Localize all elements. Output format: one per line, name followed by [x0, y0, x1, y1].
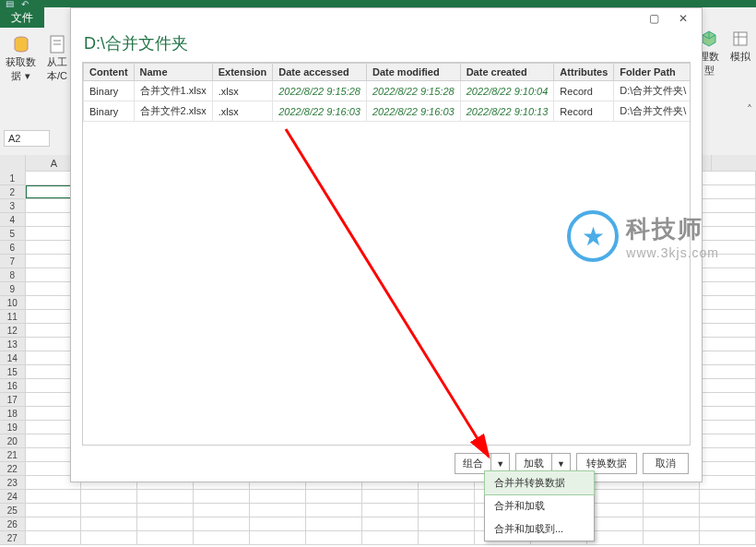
cell[interactable] — [362, 490, 419, 503]
row-header[interactable]: 19 — [0, 421, 26, 434]
cell[interactable] — [700, 490, 756, 503]
cell[interactable] — [700, 365, 756, 378]
cell[interactable] — [644, 490, 700, 503]
cell[interactable] — [700, 199, 756, 212]
cell[interactable] — [306, 517, 362, 530]
cell[interactable] — [700, 448, 756, 461]
row-header[interactable]: 12 — [0, 324, 26, 337]
cell[interactable] — [306, 504, 362, 517]
cell[interactable] — [700, 241, 756, 254]
quick-access-toolbar[interactable]: ▤ ↶ — [6, 0, 29, 7]
select-all-corner[interactable] — [0, 155, 26, 172]
cell[interactable] — [306, 531, 362, 544]
cell[interactable] — [194, 504, 250, 517]
cell[interactable] — [362, 517, 419, 530]
cell[interactable] — [137, 517, 194, 530]
cell[interactable] — [419, 531, 475, 544]
row-header[interactable]: 7 — [0, 255, 26, 268]
chevron-down-icon[interactable]: ▼ — [491, 457, 509, 471]
cell[interactable] — [700, 296, 756, 309]
row-header[interactable]: 5 — [0, 227, 26, 240]
cell[interactable] — [700, 379, 756, 392]
cell[interactable] — [700, 310, 756, 323]
cell[interactable] — [419, 517, 475, 530]
cell[interactable] — [81, 504, 137, 517]
row-header[interactable]: 1 — [0, 172, 26, 184]
cell[interactable] — [700, 324, 756, 337]
cell[interactable] — [26, 531, 82, 544]
cell[interactable] — [26, 517, 82, 530]
cell[interactable] — [700, 227, 756, 240]
cell[interactable] — [700, 407, 756, 420]
cell[interactable] — [250, 517, 306, 530]
chevron-down-icon[interactable]: ▼ — [552, 457, 570, 471]
cell[interactable] — [81, 517, 137, 530]
row-header[interactable]: 2 — [0, 185, 26, 198]
cell[interactable] — [700, 476, 756, 489]
cell[interactable] — [194, 490, 250, 503]
cell[interactable] — [26, 504, 82, 517]
column-header[interactable]: Date accessed — [273, 64, 367, 81]
row-header[interactable]: 9 — [0, 282, 26, 295]
cell[interactable] — [26, 490, 82, 503]
cancel-button[interactable]: 取消 — [643, 453, 689, 474]
cell[interactable] — [644, 517, 700, 530]
cell[interactable] — [194, 531, 250, 544]
get-data-button[interactable]: 获取数 据 ▾ — [4, 33, 38, 85]
cell[interactable] — [587, 517, 644, 530]
row-header[interactable]: 14 — [0, 351, 26, 364]
row-header[interactable]: 11 — [0, 310, 26, 323]
row-header[interactable]: 13 — [0, 338, 26, 351]
menu-item-combine-transform[interactable]: 合并并转换数据 — [484, 470, 595, 495]
column-header[interactable]: Extension — [212, 64, 273, 81]
cell[interactable] — [700, 421, 756, 434]
cell[interactable] — [700, 434, 756, 447]
from-text-button[interactable]: 从工 本/C — [45, 33, 69, 85]
row-header[interactable]: 8 — [0, 268, 26, 281]
cell[interactable] — [81, 531, 137, 544]
cell[interactable] — [419, 490, 475, 503]
row-header[interactable]: 3 — [0, 199, 26, 212]
cell[interactable] — [137, 531, 194, 544]
cell[interactable] — [700, 268, 756, 281]
cell[interactable] — [700, 531, 756, 544]
table-row[interactable]: Binary合并文件1.xlsx.xlsx2022/8/22 9:15:2820… — [84, 81, 691, 101]
row-header[interactable]: 6 — [0, 241, 26, 254]
cell[interactable] — [700, 338, 756, 351]
cell[interactable] — [306, 490, 362, 503]
row-header[interactable]: 10 — [0, 296, 26, 309]
cell[interactable] — [587, 531, 644, 544]
cell[interactable] — [587, 504, 644, 517]
cell[interactable] — [700, 172, 756, 184]
cell[interactable] — [700, 255, 756, 268]
file-tab[interactable]: 文件 — [0, 7, 44, 28]
cell[interactable] — [644, 504, 700, 517]
row-header[interactable]: 26 — [0, 517, 26, 530]
cell[interactable] — [250, 504, 306, 517]
maximize-button[interactable]: ▢ — [641, 10, 667, 27]
name-box[interactable] — [4, 130, 50, 147]
row-header[interactable]: 18 — [0, 407, 26, 420]
menu-item-combine-load-to[interactable]: 合并和加载到... — [485, 517, 594, 541]
preview-table[interactable]: ContentNameExtensionDate accessedDate mo… — [83, 63, 691, 122]
cell[interactable] — [700, 504, 756, 517]
column-header[interactable]: Attributes — [554, 64, 614, 81]
cell[interactable] — [700, 282, 756, 295]
column-header[interactable]: Date modified — [366, 64, 460, 81]
what-if-button[interactable]: 模拟 — [728, 28, 752, 79]
column-header[interactable]: Name — [134, 64, 212, 81]
menu-item-combine-load[interactable]: 合并和加载 — [485, 494, 594, 517]
column-header[interactable]: Date created — [460, 64, 554, 81]
collapse-ribbon-icon[interactable]: ˄ — [747, 103, 752, 116]
cell[interactable] — [700, 213, 756, 226]
cell[interactable] — [700, 185, 756, 198]
cell[interactable] — [362, 531, 419, 544]
cell[interactable] — [81, 490, 137, 503]
row-header[interactable]: 20 — [0, 434, 26, 447]
row-header[interactable]: 27 — [0, 531, 26, 544]
row-header[interactable]: 4 — [0, 213, 26, 226]
row-header[interactable]: 23 — [0, 476, 26, 489]
cell[interactable] — [644, 531, 700, 544]
cell[interactable] — [700, 517, 756, 530]
column-header[interactable]: Content — [84, 64, 135, 81]
